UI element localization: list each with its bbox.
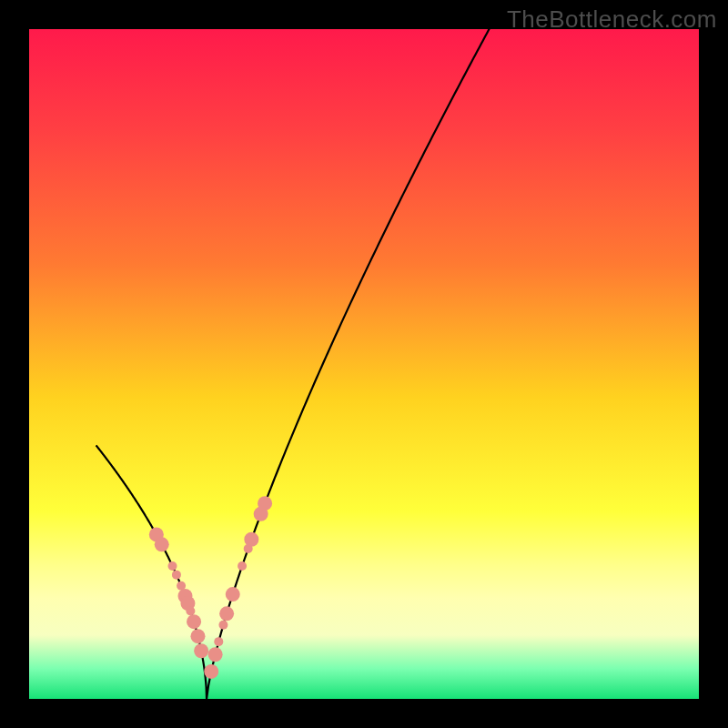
data-marker: [168, 561, 177, 571]
data-marker: [218, 621, 228, 630]
data-marker: [186, 607, 195, 616]
data-marker: [190, 629, 205, 643]
data-marker: [214, 637, 223, 646]
plot-area: [29, 29, 699, 699]
data-marker: [155, 537, 169, 551]
data-marker: [219, 606, 234, 621]
data-marker: [244, 532, 258, 547]
data-marker: [208, 647, 223, 662]
data-marker: [226, 587, 240, 602]
data-marker: [238, 561, 247, 571]
gradient-background: [29, 29, 699, 699]
data-marker: [194, 643, 208, 658]
data-marker: [187, 614, 201, 629]
data-marker: [172, 571, 181, 580]
data-marker: [204, 664, 218, 679]
watermark-text: TheBottleneck.com: [507, 5, 717, 34]
data-marker: [258, 496, 272, 511]
chart-frame: TheBottleneck.com: [0, 0, 728, 728]
chart-svg: [29, 29, 699, 699]
